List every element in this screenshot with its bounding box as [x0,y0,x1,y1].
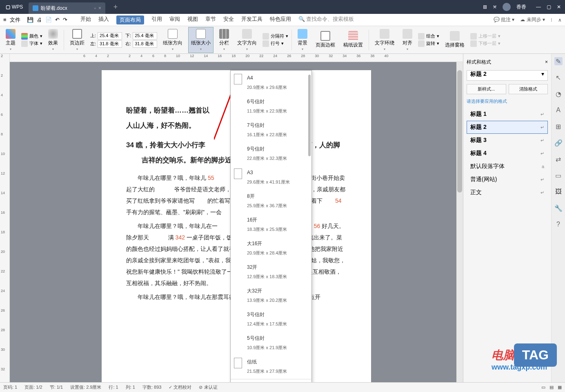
tab-view[interactable]: 视图 [187,16,198,24]
tab-features[interactable]: 特色应用 [270,16,291,24]
style-item[interactable]: 标题 2↵ [467,121,548,134]
paper-size-option[interactable]: 16开18.3厘米 x 25.9厘米 [231,213,311,236]
view-mode-icon-3[interactable]: ▦ [558,385,562,390]
command-search[interactable]: 🔍 查找命令、搜索模板 [298,16,354,24]
style-item[interactable]: 标题 4↵ [467,147,548,160]
status-pages[interactable]: 页面: 1/2 [24,384,42,390]
theme-button[interactable]: 主题▾ [3,27,18,53]
paper-size-option[interactable]: 8开25.9厘米 x 36.7厘米 [231,189,311,213]
paper-size-option[interactable]: 信纸21.5厘米 x 27.9厘米 [231,354,311,378]
paper-size-button[interactable]: 纸张大小▾ [188,27,214,53]
paper-size-option[interactable]: A329.6厘米 x 41.91厘米 [231,165,311,189]
line-number-button[interactable]: 行号▾ [262,40,288,47]
style-item[interactable]: 普通(网站)↵ [467,173,548,186]
comments-button[interactable]: 💬 批注 ▾ [494,16,515,23]
manuscript-button[interactable]: 稿纸设置 [341,29,365,50]
view-mode-icon[interactable]: ▭ [541,385,545,390]
tab-section[interactable]: 章节 [205,16,216,24]
paper-size-option[interactable]: 3号信封12.4厘米 x 17.5厘米 [231,307,311,331]
tab-menu-icon[interactable]: ▫ [94,5,96,11]
pencil-icon[interactable]: ✎ [554,57,563,65]
new-style-button[interactable]: 新样式... [467,84,506,94]
paper-size-option[interactable]: A420.9厘米 x 29.6厘米 [231,71,311,94]
margin-button[interactable]: 页边距▾ [67,27,87,53]
style-item[interactable]: 标题 1↵ [467,108,548,121]
more-paper-sizes[interactable]: 其它页面大小(A)... [231,380,311,382]
more-icon[interactable]: ⁝ [551,17,552,23]
panel-close-icon[interactable]: × [545,59,548,65]
status-page-num[interactable]: 页码: 1 [3,384,17,390]
tab-close-icon[interactable]: × [98,5,101,11]
align-button[interactable]: 对齐▾ [400,27,415,53]
tab-security[interactable]: 安全 [223,16,234,24]
paper-size-option[interactable]: 大32开13.9厘米 x 20.2厘米 [231,283,311,307]
margin-top-input[interactable] [98,32,122,40]
minimize-icon[interactable]: — [536,4,541,10]
layout-icon[interactable]: ▭ [554,171,563,179]
tool-icon[interactable]: 🔧 [554,204,563,212]
columns-button[interactable]: 分栏▾ [217,27,231,53]
margin-right-input[interactable] [133,40,157,48]
paper-size-option[interactable]: 32开12.9厘米 x 18.3厘米 [231,260,311,283]
tab-references[interactable]: 引用 [151,16,162,24]
status-auth[interactable]: ⊘ 未认证 [199,384,217,390]
separator-button[interactable]: 分隔符▾ [262,33,288,40]
wrap-button[interactable]: 文字环绕▾ [372,27,397,53]
page-border-button[interactable]: 页面边框 [313,29,338,50]
orientation-button[interactable]: 纸张方向▾ [160,27,185,53]
paper-size-option[interactable]: 7号信封16.1厘米 x 22.8厘米 [231,118,311,142]
pointer-icon[interactable]: ↖ [554,73,563,82]
rotate-button[interactable]: 旋转▾ [418,40,439,47]
margin-bottom-input[interactable] [133,32,157,40]
new-tab-button[interactable]: + [109,3,122,11]
font-button[interactable]: 字体▾ [21,40,42,47]
grid-icon[interactable]: ⊞ [483,4,487,10]
user-avatar[interactable] [503,3,511,11]
select-pane-button[interactable]: 选择窗格 [443,29,467,50]
text-direction-button[interactable]: 文字方向▾ [235,27,259,53]
transfer-icon[interactable]: ⇄ [554,155,563,163]
style-item[interactable]: 标题 3↵ [467,134,548,147]
tab-page-layout[interactable]: 页面布局 [116,16,144,24]
style-item[interactable]: 默认段落字体a [467,160,548,173]
current-style-select[interactable]: 标题 2▾ [467,70,548,81]
hamburger-icon[interactable]: ≡ [3,17,7,23]
print-icon[interactable]: 🖨 [37,17,42,23]
close-icon[interactable]: ✕ [557,4,561,10]
document-viewport[interactable]: 盼望着，盼望着……翘首以____________马龙，人山人海，好不热闹。 34… [10,62,463,382]
maximize-icon[interactable]: ▢ [547,4,551,10]
status-proof[interactable]: ✓ 文档校对 [169,384,191,390]
color-button[interactable]: 颜色▾ [21,33,42,40]
help-icon[interactable]: ? [554,220,563,228]
preview-icon[interactable]: 📄 [45,17,52,23]
group-button[interactable]: 组合▾ [418,33,439,40]
effect-button[interactable]: 效果▾ [46,27,60,53]
view-mode-icon-2[interactable]: ▤ [549,385,554,390]
file-menu[interactable]: 文件 [10,16,20,24]
vertical-scrollbar[interactable] [456,62,463,382]
tab-insert[interactable]: 插入 [98,16,109,24]
tab-start[interactable]: 开始 [80,16,91,24]
text-icon[interactable]: A [554,106,563,114]
tab-review[interactable]: 审阅 [169,16,180,24]
sync-button[interactable]: ☁ 未同步 ▾ [520,16,545,23]
clear-format-button[interactable]: 清除格式 [509,84,548,94]
pin-icon[interactable]: ⤧ [493,4,497,10]
save-icon[interactable]: 💾 [27,17,33,23]
document-tab[interactable]: 盼望着.docx ▫ × [29,2,105,14]
table-icon[interactable]: ⊞ [554,122,563,131]
shape-icon[interactable]: ◔ [554,90,563,98]
background-button[interactable]: 背景▾ [295,27,310,53]
paper-size-option[interactable]: 6号信封11.9厘米 x 22.9厘米 [231,94,311,118]
paper-size-option[interactable]: 大16开20.9厘米 x 28.4厘米 [231,236,311,260]
paper-size-option[interactable]: 5号信封10.9厘米 x 21.9厘米 [231,331,311,354]
link-icon[interactable]: 🔗 [554,139,563,147]
undo-icon[interactable]: ↶ [55,17,60,23]
paper-size-option[interactable]: 9号信封22.8厘米 x 32.3厘米 [231,142,311,165]
redo-icon[interactable]: ↷ [63,17,67,23]
style-item[interactable]: 正文↵ [467,186,548,199]
status-words[interactable]: 字数: 893 [142,384,161,390]
margin-left-input[interactable] [98,40,122,48]
image-icon[interactable]: 🖼 [554,188,563,196]
tab-dev[interactable]: 开发工具 [241,16,262,24]
